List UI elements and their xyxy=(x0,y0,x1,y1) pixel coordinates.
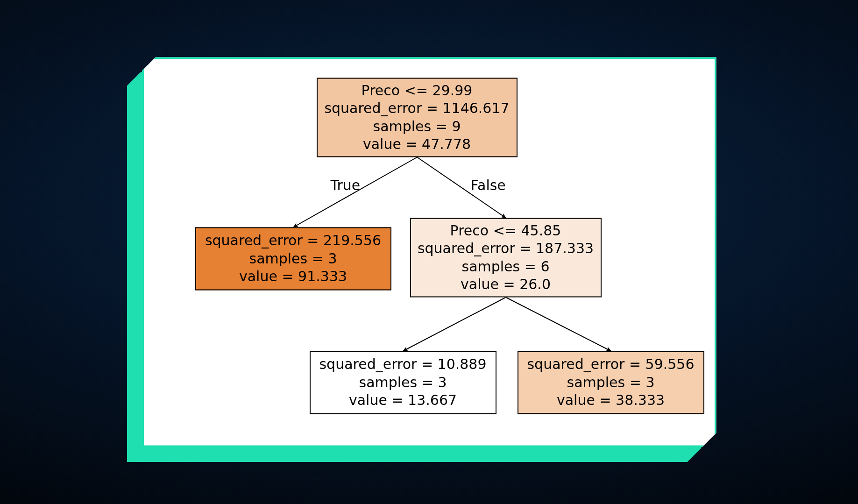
node-squared-error: squared_error = 219.556 xyxy=(205,232,381,249)
node-samples: samples = 3 xyxy=(567,373,655,391)
node-value: value = 38.333 xyxy=(557,391,665,409)
card-front: Preco <= 29.99 squared_error = 1146.617 … xyxy=(142,57,716,447)
node-samples: samples = 6 xyxy=(462,257,550,275)
node-squared-error: squared_error = 187.333 xyxy=(418,240,594,257)
node-squared-error: squared_error = 59.556 xyxy=(527,355,694,373)
tree-node-root: Preco <= 29.99 squared_error = 1146.617 … xyxy=(317,78,518,157)
tree-node-left: squared_error = 219.556 samples = 3 valu… xyxy=(195,227,391,290)
node-condition: Preco <= 45.85 xyxy=(450,221,561,239)
node-condition: Preco <= 29.99 xyxy=(362,81,473,99)
diagram-card: Preco <= 29.99 squared_error = 1146.617 … xyxy=(142,57,716,447)
node-value: value = 26.0 xyxy=(461,275,551,293)
tree-node-right-right: squared_error = 59.556 samples = 3 value… xyxy=(518,351,704,414)
node-squared-error: squared_error = 1146.617 xyxy=(324,99,509,117)
node-value: value = 47.778 xyxy=(363,135,471,153)
node-samples: samples = 9 xyxy=(373,117,461,135)
tree-node-right-left: squared_error = 10.889 samples = 3 value… xyxy=(310,351,496,414)
edge-label-false: False xyxy=(471,177,506,193)
node-squared-error: squared_error = 10.889 xyxy=(319,355,486,373)
node-samples: samples = 3 xyxy=(359,373,447,391)
node-value: value = 91.333 xyxy=(239,268,347,285)
node-samples: samples = 3 xyxy=(249,249,337,267)
tree-node-right: Preco <= 45.85 squared_error = 187.333 s… xyxy=(410,218,602,297)
edge-label-true: True xyxy=(331,177,361,193)
node-value: value = 13.667 xyxy=(349,391,457,409)
decision-tree: Preco <= 29.99 squared_error = 1146.617 … xyxy=(144,59,715,445)
svg-line-3 xyxy=(506,297,611,351)
svg-line-2 xyxy=(403,297,506,351)
